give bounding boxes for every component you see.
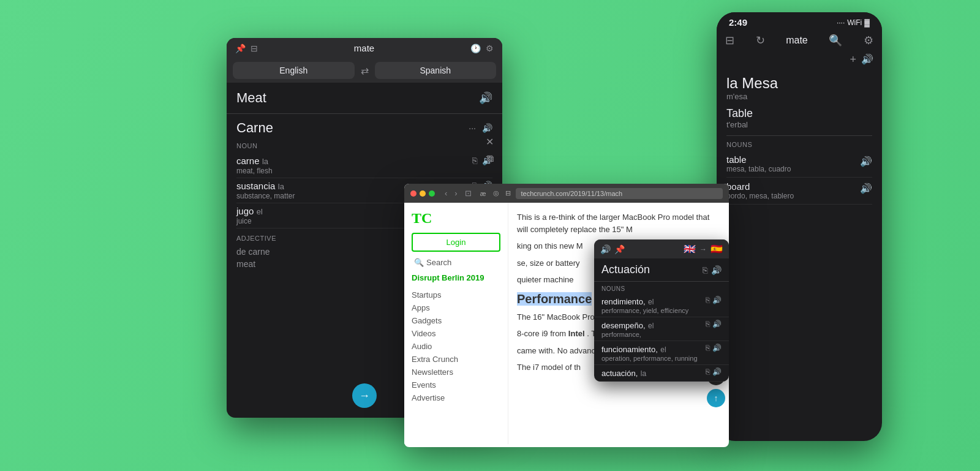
- trans-word-carne: carne: [236, 156, 260, 166]
- iphone-add-btn[interactable]: +: [850, 53, 856, 66]
- maximize-dot[interactable]: [429, 190, 435, 197]
- popup-copy-funcionamiento[interactable]: ⎘: [706, 344, 710, 352]
- float-up-btn[interactable]: ↑: [707, 389, 725, 407]
- popup-article-actuacion: la: [641, 369, 646, 378]
- popup-speak-btn[interactable]: 🔊: [711, 265, 722, 275]
- popup-copy-rendimiento[interactable]: ⎘: [706, 296, 710, 304]
- popup-article-desempeno: el: [648, 322, 654, 330]
- trans-sub-carne: meat, flesh: [236, 167, 273, 175]
- popup-word-actuacion: actuación,: [601, 369, 638, 378]
- title-bar-left: 📌 ⊟: [235, 43, 258, 53]
- flag-spanish: 🇪🇸: [710, 243, 723, 255]
- popup-speak-icon[interactable]: 🔊: [600, 244, 611, 254]
- language-bar: English ⇄ Spanish: [227, 58, 502, 83]
- popup-speak-desempeno[interactable]: 🔊: [712, 320, 722, 328]
- iphone-refresh-icon[interactable]: ↻: [756, 34, 765, 47]
- popup-speak-rendimiento[interactable]: 🔊: [712, 296, 722, 304]
- copy-carne-btn[interactable]: ⎘: [472, 156, 477, 165]
- browser-icon2: ◎: [493, 189, 499, 197]
- iphone-speak-table-btn[interactable]: 🔊: [860, 156, 872, 167]
- popup-word-rendimiento: rendimiento,: [601, 297, 646, 306]
- iphone-bookmark-icon[interactable]: ⊟: [725, 34, 734, 47]
- popup-sub-funcionamiento: operation, performance, running: [601, 355, 698, 362]
- iphone-speak-board-btn[interactable]: 🔊: [860, 183, 872, 194]
- iphone-app-title: mate: [786, 35, 808, 46]
- browser-dots: [410, 190, 435, 197]
- pin-icon[interactable]: 📌: [235, 43, 246, 53]
- minimize-dot[interactable]: [420, 190, 426, 197]
- result-header: Carne ··· 🔊: [236, 120, 492, 136]
- search-row[interactable]: 🔍 Search: [412, 258, 500, 267]
- iphone-speak-top-btn[interactable]: 🔊: [861, 53, 873, 66]
- lang-swap-icon[interactable]: ⇄: [358, 65, 371, 77]
- popup-word-actions: ⎘ 🔊: [703, 265, 722, 275]
- input-word: Meat: [236, 90, 474, 106]
- popup-trans-desempeno: desempeño, el performance, ⎘ 🔊: [594, 317, 729, 341]
- popup-speak-funcionamiento[interactable]: 🔊: [712, 344, 722, 352]
- popup-pin-icon[interactable]: 📌: [614, 244, 625, 254]
- popup-copy-btn[interactable]: ⎘: [703, 265, 707, 275]
- sidebar-link-newsletters[interactable]: Newsletters: [412, 366, 500, 379]
- input-speak-btn[interactable]: 🔊: [479, 91, 492, 105]
- close-dot[interactable]: [410, 190, 417, 197]
- popup-copy-actuacion[interactable]: ⎘: [706, 367, 710, 376]
- browser-icon3: ⊟: [505, 189, 511, 197]
- browser-icon1: æ: [480, 190, 486, 197]
- trans-word-sustancia: sustancia: [236, 181, 275, 191]
- sidebar-link-startups[interactable]: Startups: [412, 288, 500, 301]
- sidebar-link-extraccrunch[interactable]: Extra Crunch: [412, 353, 500, 366]
- result-speak-btn[interactable]: 🔊: [482, 123, 492, 133]
- sidebar-link-apps[interactable]: Apps: [412, 301, 500, 314]
- login-btn[interactable]: Login: [412, 233, 500, 252]
- history-icon[interactable]: ⊟: [251, 43, 258, 53]
- next-btn[interactable]: →: [352, 383, 377, 408]
- popup-word-text: Actuación: [601, 263, 650, 276]
- iphone-status-bar: 2:49 ···· WiFi ▓: [717, 12, 882, 30]
- signal-icon: ····: [837, 18, 845, 27]
- battery-icon: ▓: [864, 18, 870, 27]
- clear-btn[interactable]: ✕: [486, 136, 494, 148]
- browser-content: This is a re-think of the larger MacBook…: [508, 203, 729, 444]
- popup-trans-funcionamiento: funcionamiento, el operation, performanc…: [594, 341, 729, 365]
- trans-article-jugo: el: [257, 207, 263, 216]
- result-more-btn[interactable]: ···: [469, 123, 476, 133]
- sidebar-links: Startups Apps Gadgets Videos Audio Extra…: [412, 288, 500, 404]
- sidebar-link-gadgets[interactable]: Gadgets: [412, 314, 500, 327]
- popup-speak-actuacion[interactable]: 🔊: [712, 367, 722, 376]
- result-word: Carne: [236, 120, 273, 136]
- sidebar-link-videos[interactable]: Videos: [412, 327, 500, 340]
- iphone-search-icon[interactable]: 🔍: [829, 34, 842, 47]
- clipboard-btn[interactable]: ⧉: [487, 153, 494, 164]
- browser-body: TC Login 🔍 Search Disrupt Berlin 2019 St…: [404, 203, 729, 444]
- popup-sub-rendimiento: performance, yield, efficiency: [601, 307, 688, 314]
- forward-btn[interactable]: ›: [452, 187, 459, 199]
- iphone-divider: [726, 135, 872, 136]
- iphone-sub-board: bordo, mesa, tablero: [726, 192, 794, 200]
- sidebar-link-audio[interactable]: Audio: [412, 340, 500, 353]
- iphone-settings-icon[interactable]: ⚙: [864, 34, 873, 47]
- translation-popup: 🔊 📌 🇬🇧 → 🇪🇸 Actuación ⎘ 🔊: [594, 239, 729, 382]
- wifi-icon: WiFi: [847, 18, 862, 27]
- search-icon: 🔍: [414, 258, 424, 267]
- lang-spanish-btn[interactable]: Spanish: [375, 62, 497, 79]
- settings-btn[interactable]: ⚙: [486, 43, 494, 53]
- iphone-word2-pron: t'erbal: [726, 120, 872, 129]
- popup-article-funcionamiento: el: [660, 345, 666, 354]
- trans-article-carne: la: [262, 157, 268, 166]
- featured-link[interactable]: Disrupt Berlin 2019: [412, 273, 500, 284]
- article-text-1: This is a re-think of the larger MacBook…: [517, 211, 720, 235]
- back-btn[interactable]: ‹: [442, 187, 450, 199]
- lang-english-btn[interactable]: English: [233, 62, 355, 79]
- search-label: Search: [426, 258, 451, 267]
- popup-word-funcionamiento: funcionamiento,: [601, 345, 658, 354]
- intel-text: Intel: [568, 329, 585, 338]
- browser-url-bar[interactable]: techcrunch.com/2019/11/13/mach: [516, 188, 723, 199]
- popup-word-desempeno: desempeño,: [601, 321, 646, 330]
- browser-nav: ‹ › ⊡: [442, 187, 474, 199]
- history-btn[interactable]: 🕐: [470, 43, 481, 53]
- view-btn[interactable]: ⊡: [462, 187, 474, 199]
- sidebar-link-advertise[interactable]: Advertise: [412, 391, 500, 404]
- sidebar-link-events[interactable]: Events: [412, 379, 500, 391]
- iphone-word1-pron: m'esa: [726, 92, 872, 101]
- popup-copy-desempeno[interactable]: ⎘: [706, 320, 710, 328]
